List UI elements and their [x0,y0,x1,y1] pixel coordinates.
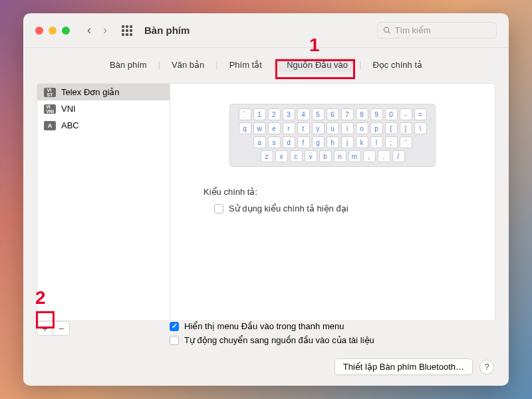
key-1: 1 [253,108,266,120]
close-window-button[interactable] [35,27,43,35]
bottom-row: + − Hiển thị menu Đầu vào trong thanh me… [23,320,509,349]
titlebar: ‹ › Bàn phím [23,13,509,48]
source-item-telex[interactable]: VIST Telex Đơn giản [37,84,170,100]
key-/: / [392,150,405,162]
source-item-abc[interactable]: A ABC [37,117,170,134]
key-u: u [327,122,339,134]
minimize-window-button[interactable] [49,27,57,35]
key-`: ` [239,108,251,120]
key-q: q [239,122,251,134]
key-4: 4 [297,108,310,120]
key-9: 9 [370,108,383,120]
content-area: VIST Telex Đơn giản VIVNI VNI A ABC `123… [23,78,509,320]
show-input-menu-checkbox[interactable] [170,322,179,331]
key-n: n [334,150,346,162]
key-6: 6 [327,108,339,120]
key-7: 7 [341,108,354,120]
key-.: . [378,150,390,162]
key-o: o [356,122,368,134]
key-]: ] [400,122,412,134]
key-c: c [290,150,303,162]
key-i: i [341,122,354,134]
source-label: Telex Đơn giản [61,87,120,97]
tab-shortcuts[interactable]: Phím tắt [221,57,271,72]
key-=: = [414,108,427,120]
all-prefs-icon[interactable] [122,25,132,36]
key-b: b [319,150,332,162]
key-\: \ [414,122,427,134]
forward-button[interactable]: › [103,23,107,37]
key-h: h [327,136,339,148]
key--: - [400,108,412,120]
auto-switch-checkbox[interactable] [170,336,179,345]
key-0: 0 [385,108,398,120]
help-button[interactable]: ? [479,360,494,374]
source-detail-panel: `1234567890-=qwertyuiop[]\asdfghjkl;'zxc… [170,83,495,320]
modern-spelling-checkbox[interactable] [214,204,223,213]
key-k: k [356,136,368,148]
add-remove-control: + − [37,321,70,336]
svg-line-1 [388,32,390,34]
key-p: p [370,122,383,134]
key-f: f [297,136,310,148]
tab-dictation[interactable]: Đọc chính tả [364,57,431,72]
window-title: Bàn phím [144,25,190,36]
key-5: 5 [312,108,325,120]
key-v: v [305,150,317,162]
key-3: 3 [283,108,295,120]
show-input-menu-label: Hiển thị menu Đầu vào trong thanh menu [184,321,344,331]
input-source-list: VIST Telex Đơn giản VIVNI VNI A ABC [37,83,170,320]
tab-keyboard[interactable]: Bàn phím [101,57,156,72]
search-field-wrap[interactable] [377,22,497,39]
key-d: d [283,136,295,148]
auto-switch-label: Tự động chuyển sang nguồn đầu vào của tà… [184,335,374,345]
source-badge-icon: VIVNI [44,104,56,114]
tab-bar: Bàn phím | Văn bản | Phím tắt | Nguồn Đầ… [23,48,509,78]
key-z: z [261,150,273,162]
source-badge-icon: A [44,121,56,130]
nav-arrows: ‹ › [87,23,107,37]
key-[: [ [385,122,398,134]
key-a: a [253,136,266,148]
tab-input-sources[interactable]: Nguồn Đầu vào [278,57,356,72]
key-m: m [348,150,361,162]
source-item-vni[interactable]: VIVNI VNI [37,100,170,117]
key-j: j [341,136,354,148]
source-label: VNI [61,104,76,114]
key-w: w [253,122,266,134]
key-l: l [370,136,383,148]
search-input[interactable] [395,25,491,35]
traffic-lights [35,27,70,35]
key-y: y [312,122,325,134]
key-x: x [275,150,288,162]
bluetooth-keyboard-button[interactable]: Thiết lập Bàn phím Bluetooth… [334,358,473,375]
key-8: 8 [356,108,368,120]
remove-source-button[interactable]: − [53,322,69,335]
tab-text[interactable]: Văn bản [163,57,213,72]
modern-spelling-label: Sử dụng kiểu chính tả hiện đại [229,203,348,213]
key-r: r [283,122,295,134]
key-t: t [297,122,310,134]
key-e: e [268,122,281,134]
source-badge-icon: VIST [44,88,56,97]
back-button[interactable]: ‹ [87,23,91,37]
search-icon [383,26,391,35]
add-source-button[interactable]: + [37,322,53,335]
key-;: ; [385,136,398,148]
svg-point-0 [384,27,388,32]
spelling-style-label: Kiểu chính tả: [203,187,481,197]
keyboard-preview: `1234567890-=qwertyuiop[]\asdfghjkl;'zxc… [229,104,436,167]
preferences-window: ‹ › Bàn phím Bàn phím | Văn bản | Phím t… [23,13,509,386]
key-2: 2 [268,108,281,120]
fullscreen-window-button[interactable] [62,27,70,35]
key-': ' [400,136,412,148]
key-g: g [312,136,325,148]
key-,: , [363,150,376,162]
source-label: ABC [61,120,79,130]
key-s: s [268,136,281,148]
footer: Thiết lập Bàn phím Bluetooth… ? [23,349,509,386]
